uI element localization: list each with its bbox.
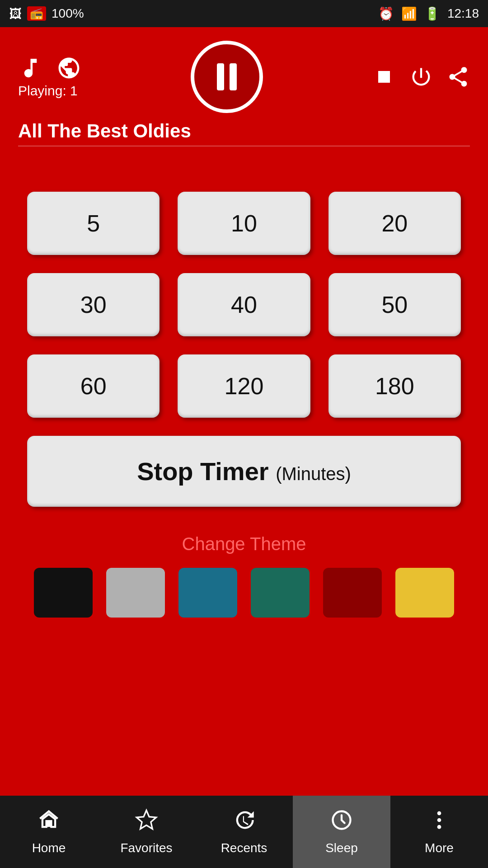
status-left: 🖼 📻 100% (9, 6, 84, 21)
timer-5[interactable]: 5 (27, 192, 160, 255)
recents-icon (232, 808, 256, 837)
pause-button[interactable] (191, 41, 263, 113)
star-icon (135, 808, 158, 837)
timer-50[interactable]: 50 (328, 273, 461, 336)
theme-teal[interactable] (251, 568, 310, 618)
timer-120[interactable]: 120 (178, 354, 310, 418)
favorites-label: Favorites (120, 841, 172, 855)
stop-timer-button[interactable]: Stop Timer (Minutes) (27, 436, 461, 507)
bottom-nav: Home Favorites Recents Sleep More (0, 796, 488, 868)
timer-grid: 5 10 20 30 40 50 60 120 180 (27, 192, 461, 418)
home-icon (37, 808, 61, 837)
sleep-label: Sleep (325, 841, 358, 855)
svg-point-4 (437, 825, 441, 829)
nav-favorites[interactable]: Favorites (98, 796, 195, 868)
wifi-icon: 📶 (401, 6, 417, 21)
svg-point-2 (437, 811, 441, 816)
nav-sleep[interactable]: Sleep (293, 796, 390, 868)
header-icons-right (372, 65, 470, 89)
music-icon[interactable] (18, 56, 43, 80)
svg-rect-0 (46, 821, 52, 827)
theme-red[interactable] (323, 568, 382, 618)
battery-icon: 🔋 (424, 6, 440, 21)
svg-point-3 (437, 818, 441, 822)
radio-icon: 📻 (27, 6, 46, 21)
header-left: Playing: 1 (18, 56, 81, 99)
power-icon[interactable] (409, 65, 433, 89)
divider (18, 146, 470, 146)
share-icon[interactable] (446, 65, 470, 89)
alarm-icon: ⏰ (378, 6, 394, 21)
theme-section: Change Theme (0, 525, 488, 627)
timer-10[interactable]: 10 (178, 192, 310, 255)
time-display: 12:18 (447, 6, 479, 21)
status-right: ⏰ 📶 🔋 12:18 (378, 6, 479, 21)
home-label: Home (32, 841, 66, 855)
theme-colors (34, 568, 454, 618)
photo-icon: 🖼 (9, 6, 22, 21)
signal-strength: 100% (52, 6, 84, 21)
web-icon[interactable] (56, 56, 81, 80)
pause-icon (217, 63, 237, 90)
timer-60[interactable]: 60 (27, 354, 160, 418)
header-controls: Playing: 1 (18, 41, 470, 113)
player-header: Playing: 1 All The Best Oldies (0, 27, 488, 156)
recents-label: Recents (221, 841, 267, 855)
status-bar: 🖼 📻 100% ⏰ 📶 🔋 12:18 (0, 0, 488, 27)
stop-icon[interactable] (372, 65, 396, 89)
theme-blue[interactable] (178, 568, 237, 618)
more-icon (427, 808, 451, 837)
station-title: All The Best Oldies (18, 113, 470, 146)
theme-gray[interactable] (106, 568, 165, 618)
playing-label: Playing: 1 (18, 83, 78, 99)
more-label: More (425, 841, 454, 855)
theme-black[interactable] (34, 568, 93, 618)
sleep-icon (330, 808, 353, 837)
theme-title: Change Theme (182, 534, 306, 554)
timer-20[interactable]: 20 (328, 192, 461, 255)
timer-30[interactable]: 30 (27, 273, 160, 336)
nav-home[interactable]: Home (0, 796, 98, 868)
header-icons-left (18, 56, 81, 80)
nav-recents[interactable]: Recents (195, 796, 293, 868)
timer-section: 5 10 20 30 40 50 60 120 180 Stop Timer (… (0, 156, 488, 525)
theme-yellow[interactable] (395, 568, 454, 618)
timer-180[interactable]: 180 (328, 354, 461, 418)
timer-40[interactable]: 40 (178, 273, 310, 336)
nav-more[interactable]: More (390, 796, 488, 868)
